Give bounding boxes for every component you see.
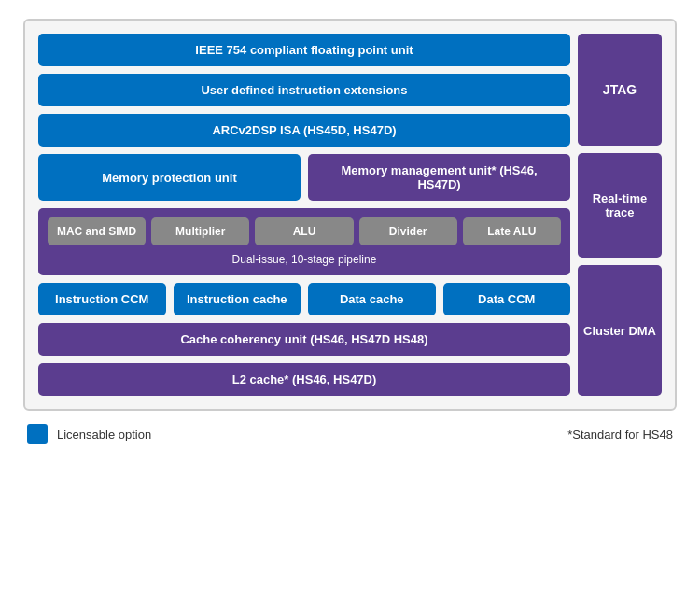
cache-row: Instruction CCM Instruction cache Data c… [38,283,570,315]
legend-left: Licensable option [27,424,151,444]
memory-protection-box: Memory protection unit [38,154,301,201]
outer-grid: IEEE 754 compliant floating point unit U… [38,34,662,396]
instruction-ccm-box: Instruction CCM [38,283,166,315]
instruction-cache-label: Instruction cache [187,292,287,306]
arcv2-box: ARCv2DSP ISA (HS45D, HS47D) [38,114,570,147]
l2-cache-box: L2 cache* (HS46, HS47D) [38,363,570,396]
pipeline-units: MAC and SIMD Multiplier ALU Divider Late… [48,217,561,245]
alu-label: ALU [293,225,316,238]
cluster-dma-box: Cluster DMA [578,265,662,396]
memory-row: Memory protection unit Memory management… [38,154,570,201]
mac-simd-box: MAC and SIMD [48,217,146,245]
data-cache-box: Data cache [308,283,436,315]
instruction-cache-box: Instruction cache [174,283,301,315]
alu-box: ALU [255,217,353,245]
l2-cache-label: L2 cache* (HS46, HS47D) [232,372,377,386]
instruction-ccm-label: Instruction CCM [55,292,148,306]
diagram-container: IEEE 754 compliant floating point unit U… [23,19,677,411]
legend-square [27,424,48,444]
data-ccm-box: Data CCM [443,283,571,315]
realtime-trace-box: Real-time trace [578,153,662,258]
divider-label: Divider [389,225,427,238]
late-alu-box: Late ALU [463,217,561,245]
right-column: JTAG Real-time trace Cluster DMA [578,34,662,396]
pipeline-label: Dual-issue, 10-stage pipeline [48,251,561,266]
data-cache-label: Data cache [340,292,404,306]
realtime-trace-label: Real-time trace [583,191,656,219]
jtag-label: JTAG [603,82,637,97]
legend-note: *Standard for HS48 [567,427,673,441]
memory-protection-label: Memory protection unit [102,171,236,185]
mac-simd-label: MAC and SIMD [57,225,136,238]
cluster-dma-label: Cluster DMA [583,324,656,338]
cache-coherency-box: Cache coherency unit (HS46, HS47D HS48) [38,323,570,356]
legend-label: Licensable option [57,427,151,441]
data-ccm-label: Data CCM [478,292,535,306]
cache-coherency-label: Cache coherency unit (HS46, HS47D HS48) [180,332,427,346]
late-alu-label: Late ALU [487,225,536,238]
ieee-label: IEEE 754 compliant floating point unit [195,43,413,57]
pipeline-container: MAC and SIMD Multiplier ALU Divider Late… [38,208,570,275]
ieee-box: IEEE 754 compliant floating point unit [38,34,570,66]
user-defined-label: User defined instruction extensions [201,83,407,97]
multiplier-label: Multiplier [175,225,225,238]
arcv2-label: ARCv2DSP ISA (HS45D, HS47D) [212,123,396,137]
memory-management-label: Memory management unit* (HS46, HS47D) [319,163,559,191]
user-defined-box: User defined instruction extensions [38,74,570,106]
legend: Licensable option *Standard for HS48 [23,424,677,444]
jtag-box: JTAG [578,34,662,146]
divider-box: Divider [359,217,457,245]
main-column: IEEE 754 compliant floating point unit U… [38,34,570,396]
multiplier-box: Multiplier [151,217,249,245]
memory-management-box: Memory management unit* (HS46, HS47D) [308,154,570,201]
